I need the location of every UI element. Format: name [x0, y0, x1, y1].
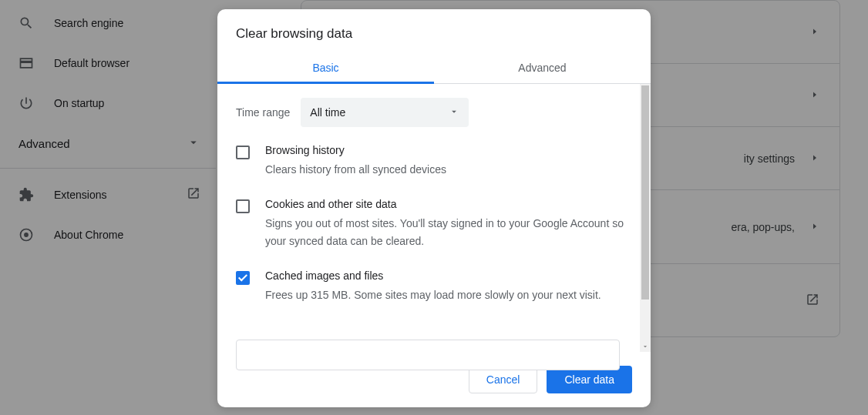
modal-overlay: Clear browsing data Basic Advanced Time …	[0, 0, 868, 415]
time-range-select[interactable]: All time	[301, 98, 469, 127]
tab-basic[interactable]: Basic	[217, 54, 434, 83]
checkbox-cached[interactable]	[236, 271, 250, 285]
dialog-title: Clear browsing data	[217, 9, 651, 54]
time-range-label: Time range	[236, 106, 290, 119]
partial-lower-box	[236, 340, 620, 349]
scroll-down-arrow[interactable]	[640, 341, 651, 352]
option-title: Cached images and files	[265, 269, 601, 282]
option-title: Cookies and other site data	[265, 198, 632, 210]
dialog-tabs: Basic Advanced	[217, 54, 651, 84]
checkbox-browsing-history[interactable]	[236, 146, 250, 159]
checkbox-cookies[interactable]	[236, 199, 250, 213]
time-range-value: All time	[310, 106, 345, 119]
dialog-body: Time range All time Browsing history Cle…	[217, 84, 651, 352]
option-cookies: Cookies and other site data Signs you ou…	[236, 198, 632, 249]
tab-advanced[interactable]: Advanced	[434, 54, 651, 83]
chevron-down-icon	[449, 106, 459, 119]
option-desc: Frees up 315 MB. Some sites may load mor…	[265, 286, 601, 303]
clear-browsing-data-dialog: Clear browsing data Basic Advanced Time …	[217, 9, 651, 407]
option-desc: Signs you out of most sites. You'll stay…	[265, 215, 632, 249]
option-browsing-history: Browsing history Clears history from all…	[236, 144, 632, 178]
option-desc: Clears history from all synced devices	[265, 161, 446, 178]
option-title: Browsing history	[265, 144, 446, 156]
scrollbar[interactable]	[640, 84, 651, 352]
option-cached: Cached images and files Frees up 315 MB.…	[236, 269, 632, 303]
scrollbar-thumb[interactable]	[641, 85, 649, 300]
